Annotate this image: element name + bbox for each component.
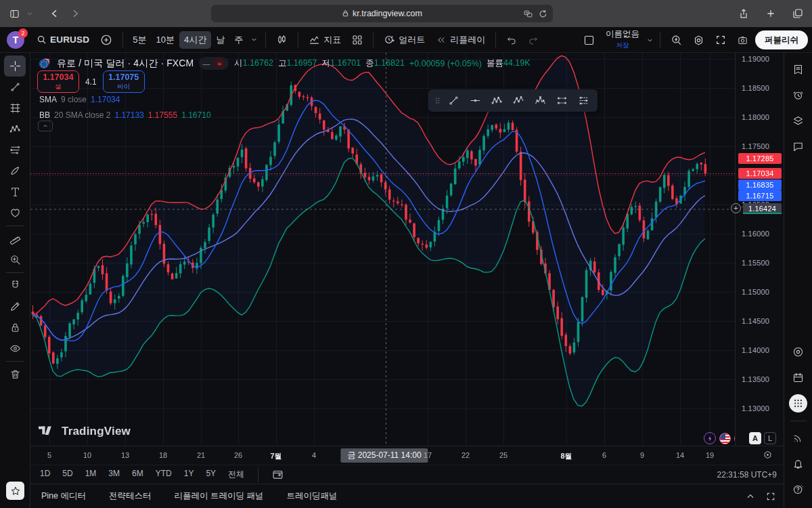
economic-event-flag-icon[interactable]	[719, 433, 731, 444]
tool-hide-drawings-icon[interactable]	[4, 338, 26, 359]
tool-xabcd-pattern-icon[interactable]	[4, 119, 26, 140]
tool-zoom-in-icon[interactable]	[4, 249, 26, 270]
replay-button[interactable]: 리플레이	[430, 30, 491, 49]
help-icon[interactable]	[788, 478, 809, 500]
panel-maximize-icon[interactable]	[766, 492, 775, 501]
add-alert-plus-button[interactable]: +	[731, 203, 741, 213]
tool-emoji-heart-icon[interactable]	[4, 203, 26, 224]
bottom-tab[interactable]: Pine 에디터	[41, 490, 86, 502]
range-button-5D[interactable]: 5D	[62, 469, 72, 480]
undo-button[interactable]	[501, 30, 522, 49]
range-button-6M[interactable]: 6M	[132, 469, 143, 480]
legend-collapse-button[interactable]	[38, 121, 53, 131]
alerts-clock-icon[interactable]	[788, 84, 809, 106]
apps-grid-icon[interactable]	[788, 392, 809, 414]
share-icon[interactable]	[734, 5, 754, 22]
tool-trend-line-icon[interactable]	[4, 77, 26, 98]
tool-drawing-pencil-icon[interactable]	[4, 296, 26, 317]
price-axis[interactable]: A L 1.190001.185001.180001.175001.170001…	[735, 53, 784, 446]
layout-name-button[interactable]: 이름없음 저장	[600, 30, 645, 49]
tab-overview-icon[interactable]	[788, 5, 808, 22]
ideas-target-icon[interactable]	[788, 341, 809, 362]
broadcast-icon[interactable]	[788, 427, 809, 448]
bottom-tab[interactable]: 리플레이 트레이딩 패널	[175, 490, 264, 502]
chat-icon[interactable]	[788, 135, 809, 157]
range-button-전체[interactable]: 전체	[228, 469, 244, 480]
add-symbol-button[interactable]	[95, 30, 118, 49]
calendar-icon[interactable]	[788, 366, 809, 388]
snapshot-button[interactable]	[731, 30, 754, 49]
tool-text-tool-icon[interactable]	[4, 182, 26, 203]
indicator-templates-button[interactable]	[346, 30, 368, 49]
range-button-5Y[interactable]: 5Y	[206, 469, 216, 480]
date-range-icon[interactable]	[551, 91, 572, 110]
tradingview-watermark[interactable]: TradingView	[39, 425, 131, 438]
log-scale-button[interactable]: L	[764, 432, 776, 444]
drag-handle-icon[interactable]	[432, 91, 442, 110]
favorites-star-icon[interactable]	[6, 482, 24, 500]
browser-sidebar-chevron-icon[interactable]	[24, 5, 35, 22]
notifications-bell-icon[interactable]	[788, 452, 809, 474]
user-avatar[interactable]: T 2	[7, 31, 24, 49]
tool-projection-icon[interactable]	[4, 140, 26, 161]
bottom-tab[interactable]: 트레이딩패널	[286, 490, 337, 502]
range-button-3M[interactable]: 3M	[108, 469, 120, 480]
range-button-YTD[interactable]: YTD	[156, 469, 172, 480]
symbol-title[interactable]: 유로 / 미국 달러 · 4시간 · FXCM	[57, 58, 194, 70]
chart-style-button[interactable]	[271, 30, 293, 49]
symbol-search-button[interactable]: EURUSD	[31, 30, 95, 49]
power-bolt-icon[interactable]	[704, 432, 716, 444]
tool-lock-drawings-icon[interactable]	[4, 317, 26, 338]
tool-magnet-icon[interactable]	[4, 275, 26, 296]
translate-icon[interactable]	[523, 9, 533, 18]
browser-back-icon[interactable]	[45, 5, 65, 22]
legend-row-sma[interactable]: SMA9 close1.17034	[39, 95, 211, 104]
browser-sidebar-icon[interactable]	[4, 5, 24, 22]
interval-button-주[interactable]: 주	[229, 31, 248, 49]
horizontal-line-icon[interactable]	[465, 91, 485, 110]
tool-brush-icon[interactable]	[4, 161, 26, 182]
panel-expand-icon[interactable]	[746, 492, 755, 501]
quick-search-button[interactable]	[665, 30, 687, 49]
redo-button[interactable]	[522, 30, 544, 49]
alert-button[interactable]: 얼러트	[378, 30, 430, 49]
object-tree-icon[interactable]	[788, 110, 809, 131]
range-button-1Y[interactable]: 1Y	[184, 469, 194, 480]
range-button-1M[interactable]: 1M	[85, 469, 97, 480]
bottom-tab[interactable]: 전략테스터	[109, 490, 152, 502]
range-button-1D[interactable]: 1D	[40, 469, 50, 480]
interval-menu-chevron[interactable]	[248, 30, 261, 49]
reload-icon[interactable]	[539, 9, 547, 18]
tool-ruler-icon[interactable]	[4, 228, 26, 249]
goto-date-button[interactable]	[272, 469, 284, 480]
publish-button[interactable]: 퍼블리쉬	[755, 30, 808, 49]
tool-crosshair-icon[interactable]	[4, 56, 26, 77]
xabcd-pattern-icon[interactable]	[487, 91, 507, 110]
legend-row-bb[interactable]: BB20 SMA close 21.171331.175551.16710	[39, 110, 211, 120]
fullscreen-button[interactable]	[710, 30, 731, 49]
interval-button-4시간[interactable]: 4시간	[179, 31, 211, 49]
watchlist-icon[interactable]	[788, 58, 809, 80]
clock-utc[interactable]: 22:31:58 UTC+9	[717, 470, 777, 480]
axis-settings-gear-icon[interactable]	[763, 450, 773, 460]
price-range-icon[interactable]	[573, 91, 593, 110]
chart-pane[interactable]: 유로 / 미국 달러 · 4시간 · FXCM — ≈ 시1.16762고1.1…	[30, 53, 784, 446]
head-and-shoulders-icon[interactable]	[530, 91, 550, 110]
buy-button[interactable]: 1.17075 바이	[103, 70, 145, 93]
sell-button[interactable]: 1.17034 셀	[37, 70, 79, 93]
browser-forward-icon[interactable]	[65, 5, 85, 22]
auto-scale-button[interactable]: A	[749, 432, 761, 444]
interval-button-날[interactable]: 날	[211, 31, 229, 49]
market-status-toggle[interactable]: — ≈	[199, 57, 229, 70]
interval-button-5분[interactable]: 5분	[128, 31, 151, 49]
abcd-pattern-icon[interactable]	[508, 91, 528, 110]
tool-remove-drawings-icon[interactable]	[4, 364, 26, 385]
layout-button[interactable]	[578, 30, 600, 49]
tool-fib-retracement-icon[interactable]	[4, 98, 26, 119]
indicators-button[interactable]: 지표	[303, 30, 346, 49]
address-bar[interactable]: kr.tradingview.com	[211, 5, 553, 22]
settings-button[interactable]	[687, 30, 710, 49]
interval-button-10분[interactable]: 10분	[151, 31, 179, 49]
layout-menu-chevron[interactable]	[645, 30, 655, 49]
trend-line-icon[interactable]	[443, 91, 464, 110]
